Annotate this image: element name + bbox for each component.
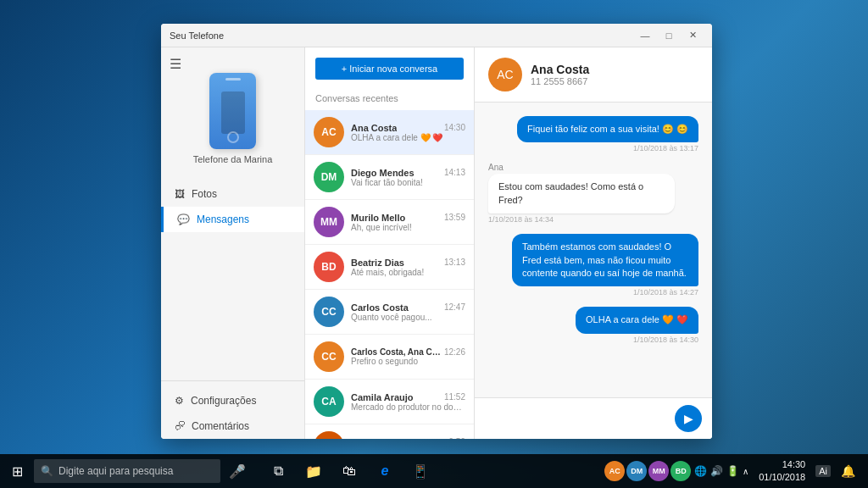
conversation-item[interactable]: AC Ana Costa 14:30 OLHA a cara dele 🧡 ❤️ <box>305 110 474 155</box>
taskbar-clock: 14:30 01/10/2018 <box>752 458 812 485</box>
message-bubble: Fiquei tão feliz com a sua visita! 😊 😊 <box>517 116 698 142</box>
window-title: Seu Telefone <box>170 30 634 41</box>
conversation-item[interactable]: BD Beatriz Dias 13:13 Até mais, obrigada… <box>305 245 474 290</box>
phone-illustration <box>209 73 256 149</box>
conversation-item[interactable]: CC Carlos Costa 12:47 Quanto você pagou.… <box>305 290 474 335</box>
taskbar-avatars: AC DM MM BD <box>604 461 691 481</box>
gear-icon: ⚙ <box>175 395 184 407</box>
title-bar: Seu Telefone — □ ✕ <box>161 24 712 47</box>
chat-input-area: ▶ <box>475 397 712 439</box>
conversation-info: Carlos Costa 12:47 Quanto você pagou... <box>351 302 465 322</box>
task-view-icon[interactable]: ⧉ <box>261 454 295 488</box>
close-button[interactable]: ✕ <box>682 28 704 43</box>
edge-icon[interactable]: e <box>368 454 402 488</box>
app-body: ☰ Telefone da Marina 🖼 Fotos <box>161 47 712 439</box>
network-icon: 🌐 <box>694 465 707 477</box>
comments-icon: 🗪 <box>175 420 185 432</box>
sidebar-bottom: ⚙ Configurações 🗪 Comentários <box>161 380 304 439</box>
send-icon: ▶ <box>684 412 693 425</box>
taskbar: ⊞ 🔍 Digite aqui para pesquisa 🎤 ⧉ 📁 🛍 e … <box>0 454 868 488</box>
conversation-item[interactable]: GL Giovana Lima 9:59 Você pode trazer um… <box>305 424 474 439</box>
sidebar-item-fotos[interactable]: 🖼 Fotos <box>161 181 304 207</box>
taskbar-avatar: DM <box>626 461 647 481</box>
search-label: Digite aqui para pesquisa <box>58 465 173 477</box>
app-window: Seu Telefone — □ ✕ ☰ <box>161 24 712 439</box>
volume-icon: 🔊 <box>710 465 723 477</box>
conversation-info: Carlos Costa, Ana Costa 12:26 Prefiro o … <box>351 347 465 366</box>
mic-icon[interactable]: 🎤 <box>220 454 254 488</box>
menu-icon[interactable]: ☰ <box>170 56 181 72</box>
conversation-info: Diego Mendes 14:13 Vai ficar tão bonita! <box>351 168 465 187</box>
message-row: Ana Estou com saudades! Como está o Fred… <box>488 163 698 224</box>
chat-header: AC Ana Costa 11 2555 8667 <box>475 47 712 103</box>
clock-date: 01/10/2018 <box>759 471 805 484</box>
avatar: MM <box>314 207 344 237</box>
conversations-title: Conversas recentes <box>305 90 474 110</box>
message-bubble: OLHA a cara dele 🧡 ❤️ <box>576 307 698 333</box>
avatar: CC <box>314 297 344 327</box>
avatar: BD <box>314 252 344 282</box>
conversation-item[interactable]: DM Diego Mendes 14:13 Vai ficar tão boni… <box>305 155 474 200</box>
fotos-icon: 🖼 <box>175 188 185 200</box>
taskbar-app-icons: ⧉ 📁 🛍 e 📱 <box>261 454 437 488</box>
phone-name: Telefone da Marina <box>193 154 273 164</box>
conversation-item[interactable]: CA Camila Araujo 11:52 Mercado do produt… <box>305 380 474 424</box>
taskbar-avatar: BD <box>670 461 691 481</box>
taskbar-avatar: MM <box>648 461 669 481</box>
sidebar-item-configuracoes[interactable]: ⚙ Configurações <box>161 388 304 413</box>
conversation-info: Beatriz Dias 13:13 Até mais, obrigada! <box>351 258 465 277</box>
avatar: CC <box>314 341 344 372</box>
conversation-item[interactable]: CC Carlos Costa, Ana Costa 12:26 Prefiro… <box>305 335 474 380</box>
message-row: OLHA a cara dele 🧡 ❤️ 1/10/2018 às 14:30 <box>488 307 698 343</box>
chat-header-info: Ana Costa 11 2555 8667 <box>531 63 589 86</box>
store-icon[interactable]: 🛍 <box>332 454 366 488</box>
mensagens-icon: 💬 <box>177 214 190 225</box>
notification-icon[interactable]: 🔔 <box>834 454 861 488</box>
conversation-info: Ana Costa 14:30 OLHA a cara dele 🧡 ❤️ <box>351 123 465 142</box>
avatar: AC <box>314 117 344 147</box>
taskbar-avatar: AC <box>604 461 625 481</box>
message-row: Fiquei tão feliz com a sua visita! 😊 😊 1… <box>488 116 698 152</box>
start-icon: ⊞ <box>12 463 23 480</box>
new-conversation-button[interactable]: + Iniciar nova conversa <box>315 58 464 80</box>
desktop: Seu Telefone — □ ✕ ☰ <box>0 0 868 488</box>
send-button[interactable]: ▶ <box>675 405 702 432</box>
chat-input[interactable] <box>485 413 668 424</box>
battery-icon: 🔋 <box>726 465 739 477</box>
sidebar-item-mensagens[interactable]: 💬 Mensagens <box>161 207 304 232</box>
taskbar-search[interactable]: 🔍 Digite aqui para pesquisa <box>34 459 220 483</box>
conversation-info: Murilo Mello 13:59 Ah, que incrível! <box>351 213 465 232</box>
file-explorer-icon[interactable]: 📁 <box>297 454 331 488</box>
chat-panel: AC Ana Costa 11 2555 8667 Fiquei tão fel… <box>475 47 712 439</box>
avatar: DM <box>314 162 344 192</box>
start-button[interactable]: ⊞ <box>0 454 34 488</box>
conversations-panel: + Iniciar nova conversa Conversas recent… <box>305 47 475 439</box>
chevron-up-icon[interactable]: ∧ <box>743 467 748 476</box>
minimize-button[interactable]: — <box>634 28 656 43</box>
sidebar-nav: 🖼 Fotos 💬 Mensagens <box>161 181 304 232</box>
chat-messages: Fiquei tão feliz com a sua visita! 😊 😊 1… <box>475 103 712 397</box>
avatar: GL <box>314 431 344 439</box>
chat-avatar: AC <box>488 58 522 92</box>
sidebar-item-comentarios[interactable]: 🗪 Comentários <box>161 413 304 439</box>
message-bubble: Também estamos com saudades! O Fred está… <box>512 234 698 286</box>
message-row: Também estamos com saudades! O Fred está… <box>488 234 698 297</box>
sidebar: ☰ Telefone da Marina 🖼 Fotos <box>161 47 305 439</box>
title-bar-controls: — □ ✕ <box>634 28 704 43</box>
conversation-item[interactable]: MM Murilo Mello 13:59 Ah, que incrível! <box>305 200 474 245</box>
message-bubble: Estou com saudades! Como está o Fred? <box>488 174 675 214</box>
conversation-info: Camila Araujo 11:52 Mercado do produtor … <box>351 392 465 412</box>
conversation-info: Giovana Lima 9:59 Você pode trazer um 🌷 … <box>351 437 465 440</box>
phone-icon[interactable]: 📱 <box>403 454 437 488</box>
conversation-list: AC Ana Costa 14:30 OLHA a cara dele 🧡 ❤️… <box>305 110 474 439</box>
taskbar-right: AC DM MM BD 🌐 🔊 🔋 ∧ 14:30 01/10/2018 Ai … <box>604 454 868 488</box>
maximize-button[interactable]: □ <box>658 28 680 43</box>
avatar: CA <box>314 386 344 417</box>
ai-label: Ai <box>815 465 831 477</box>
clock-time: 14:30 <box>759 458 805 471</box>
search-icon: 🔍 <box>41 465 53 477</box>
